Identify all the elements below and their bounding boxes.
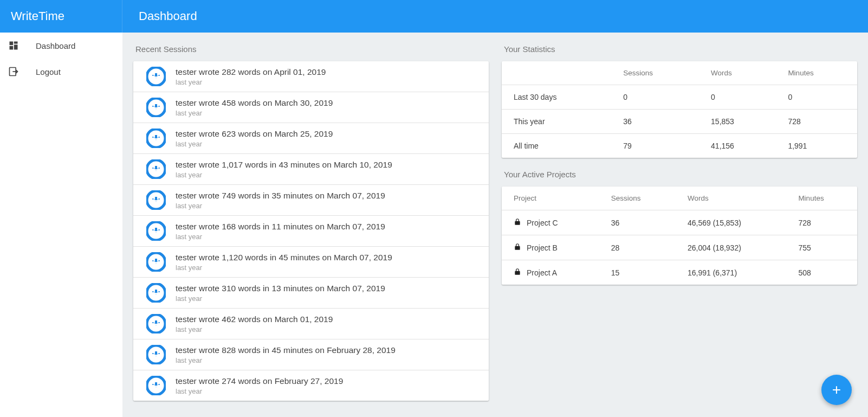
avatar-icon bbox=[146, 221, 166, 241]
stats-header-words: Words bbox=[699, 61, 776, 85]
session-row[interactable]: tester wrote 310 words in 13 minutes on … bbox=[133, 278, 489, 309]
project-words: 26,004 (18,932) bbox=[676, 235, 786, 260]
session-row[interactable]: tester wrote 168 words in 11 minutes on … bbox=[133, 216, 489, 247]
stats-words: 41,156 bbox=[699, 134, 776, 158]
header: WriteTime Dashboard bbox=[0, 0, 868, 33]
project-words: 16,991 (6,371) bbox=[676, 260, 786, 285]
app-logo[interactable]: WriteTime bbox=[0, 0, 122, 33]
your-statistics-title: Your Statistics bbox=[502, 33, 857, 61]
svg-rect-22 bbox=[155, 320, 157, 324]
stats-minutes: 0 bbox=[776, 85, 857, 110]
projects-header-words: Words bbox=[676, 187, 786, 210]
svg-rect-26 bbox=[155, 382, 157, 386]
svg-rect-14 bbox=[155, 197, 157, 200]
stats-minutes: 728 bbox=[776, 110, 857, 134]
session-row[interactable]: tester wrote 462 words on March 01, 2019… bbox=[133, 309, 489, 339]
project-sessions: 15 bbox=[599, 260, 676, 285]
project-name: Project A bbox=[527, 268, 557, 277]
session-ago: last year bbox=[176, 356, 476, 364]
svg-rect-3 bbox=[10, 46, 14, 50]
avatar-icon bbox=[146, 159, 166, 179]
svg-rect-8 bbox=[155, 104, 157, 107]
session-row[interactable]: tester wrote 749 words in 35 minutes on … bbox=[133, 185, 489, 216]
session-line: tester wrote 310 words in 13 minutes on … bbox=[176, 283, 476, 294]
svg-rect-16 bbox=[155, 228, 157, 231]
session-row[interactable]: tester wrote 828 words in 45 minutes on … bbox=[133, 339, 489, 370]
project-name: Project B bbox=[527, 243, 558, 252]
project-minutes: 508 bbox=[786, 260, 857, 285]
session-row[interactable]: tester wrote 1,120 words in 45 minutes o… bbox=[133, 247, 489, 278]
session-ago: last year bbox=[176, 140, 476, 148]
stats-minutes: 1,991 bbox=[776, 134, 857, 158]
lock-icon bbox=[514, 268, 521, 277]
session-ago: last year bbox=[176, 294, 476, 303]
stats-sessions: 0 bbox=[611, 85, 699, 110]
avatar-icon bbox=[146, 314, 166, 333]
stats-label: Last 30 days bbox=[502, 85, 611, 110]
avatar-icon bbox=[146, 252, 166, 272]
avatar-icon bbox=[146, 98, 166, 117]
page-title: Dashboard bbox=[122, 0, 868, 33]
svg-rect-0 bbox=[10, 42, 14, 46]
session-row[interactable]: tester wrote 274 words on February 27, 2… bbox=[133, 370, 489, 401]
svg-rect-24 bbox=[155, 351, 157, 355]
stats-row: This year3615,853728 bbox=[502, 110, 857, 134]
session-line: tester wrote 828 words in 45 minutes on … bbox=[176, 345, 476, 356]
stats-words: 15,853 bbox=[699, 110, 776, 134]
sidebar-item-label: Logout bbox=[36, 67, 61, 76]
session-row[interactable]: tester wrote 623 words on March 25, 2019… bbox=[133, 123, 489, 154]
stats-label: All time bbox=[502, 134, 611, 158]
active-projects-title: Your Active Projects bbox=[502, 158, 857, 187]
avatar-icon bbox=[146, 67, 166, 86]
add-button[interactable]: + bbox=[821, 375, 852, 405]
stats-row: All time7941,1561,991 bbox=[502, 134, 857, 158]
sidebar-item-dashboard[interactable]: Dashboard bbox=[0, 33, 122, 59]
svg-rect-20 bbox=[155, 290, 157, 293]
lock-icon bbox=[514, 218, 521, 227]
sidebar: Dashboard Logout bbox=[0, 33, 122, 417]
dashboard-icon bbox=[8, 40, 20, 52]
session-row[interactable]: tester wrote 282 words on April 01, 2019… bbox=[133, 61, 489, 92]
svg-rect-10 bbox=[155, 135, 157, 138]
avatar-icon bbox=[146, 376, 166, 395]
avatar-icon bbox=[146, 345, 166, 364]
recent-sessions-list: tester wrote 282 words on April 01, 2019… bbox=[133, 61, 489, 401]
session-line: tester wrote 1,017 words in 43 minutes o… bbox=[176, 159, 476, 171]
projects-header-minutes: Minutes bbox=[786, 187, 857, 210]
statistics-table: Sessions Words Minutes Last 30 days000Th… bbox=[502, 61, 857, 158]
session-line: tester wrote 458 words on March 30, 2019 bbox=[176, 98, 476, 109]
stats-words: 0 bbox=[699, 85, 776, 110]
session-line: tester wrote 282 words on April 01, 2019 bbox=[176, 67, 476, 78]
project-minutes: 755 bbox=[786, 235, 857, 260]
project-row[interactable]: Project C3646,569 (15,853)728 bbox=[502, 210, 857, 235]
project-minutes: 728 bbox=[786, 210, 857, 235]
session-ago: last year bbox=[176, 109, 476, 117]
stats-row: Last 30 days000 bbox=[502, 85, 857, 110]
lock-icon bbox=[514, 243, 521, 252]
avatar-icon bbox=[146, 129, 166, 148]
stats-header-minutes: Minutes bbox=[776, 61, 857, 85]
project-row[interactable]: Project A1516,991 (6,371)508 bbox=[502, 260, 857, 285]
sidebar-item-logout[interactable]: Logout bbox=[0, 59, 122, 85]
svg-rect-6 bbox=[155, 73, 157, 76]
avatar-icon bbox=[146, 283, 166, 303]
session-line: tester wrote 462 words on March 01, 2019 bbox=[176, 314, 476, 325]
session-ago: last year bbox=[176, 78, 476, 86]
stats-label: This year bbox=[502, 110, 611, 134]
session-ago: last year bbox=[176, 264, 476, 272]
sidebar-item-label: Dashboard bbox=[36, 41, 75, 50]
project-sessions: 28 bbox=[599, 235, 676, 260]
stats-sessions: 36 bbox=[611, 110, 699, 134]
project-sessions: 36 bbox=[599, 210, 676, 235]
svg-rect-12 bbox=[155, 166, 157, 169]
svg-rect-18 bbox=[155, 259, 157, 262]
projects-table: Project Sessions Words Minutes Project C… bbox=[502, 187, 857, 285]
session-line: tester wrote 1,120 words in 45 minutes o… bbox=[176, 252, 476, 264]
logout-icon bbox=[8, 66, 20, 78]
project-row[interactable]: Project B2826,004 (18,932)755 bbox=[502, 235, 857, 260]
session-row[interactable]: tester wrote 1,017 words in 43 minutes o… bbox=[133, 154, 489, 185]
svg-rect-1 bbox=[14, 42, 18, 44]
project-words: 46,569 (15,853) bbox=[676, 210, 786, 235]
session-line: tester wrote 749 words in 35 minutes on … bbox=[176, 190, 476, 202]
session-row[interactable]: tester wrote 458 words on March 30, 2019… bbox=[133, 92, 489, 123]
